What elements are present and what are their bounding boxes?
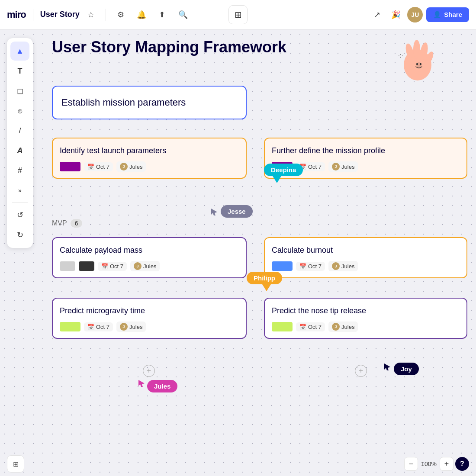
card4-user: J Jules bbox=[328, 261, 358, 271]
search-btn[interactable]: 🔍 bbox=[175, 7, 191, 23]
svg-marker-10 bbox=[211, 209, 217, 215]
card3-user: J Jules bbox=[130, 261, 160, 271]
line-tool[interactable]: / bbox=[10, 121, 29, 140]
card5-swatch bbox=[60, 322, 80, 331]
toolbar-sep bbox=[12, 203, 28, 203]
story1-user: J Jules bbox=[116, 161, 146, 172]
jules-cursor-pointer bbox=[138, 380, 148, 389]
story2-date-text: Oct 7 bbox=[308, 164, 322, 170]
shapes-tool[interactable]: ⌾ bbox=[10, 101, 29, 120]
share-label: Share bbox=[444, 11, 462, 18]
story2-avatar: J bbox=[332, 163, 340, 170]
miro-logo: miro bbox=[7, 9, 26, 20]
story2-user: J Jules bbox=[328, 161, 358, 172]
story1-date-text: Oct 7 bbox=[96, 164, 109, 170]
card3-date: 📅 Oct 7 bbox=[98, 262, 127, 271]
settings-btn[interactable]: ⚙ bbox=[113, 7, 129, 23]
board-title-text: User Story bbox=[40, 10, 80, 19]
cursor-deepina-area: Deepina bbox=[264, 164, 303, 183]
zoom-plus-btn[interactable]: + bbox=[440, 457, 453, 471]
redo-btn[interactable]: ↻ bbox=[10, 225, 29, 244]
cursor-philipp-area: Philipp bbox=[247, 272, 282, 291]
cursor-deepina-label: Deepina bbox=[264, 164, 303, 176]
zoom-controls: − 100% + ? bbox=[404, 457, 469, 471]
bottom-bar: ⊞ − 100% + ? bbox=[0, 452, 476, 476]
card3-username: Jules bbox=[143, 263, 156, 270]
card6-swatch bbox=[272, 322, 293, 331]
sidebar-toggle-btn[interactable]: ⊞ bbox=[7, 455, 24, 473]
zoom-level-display: 100% bbox=[420, 460, 438, 467]
card5-avatar: J bbox=[120, 323, 128, 331]
svg-point-8 bbox=[420, 63, 421, 65]
card6-username: Jules bbox=[341, 324, 354, 330]
cursor-jules-label: Jules bbox=[147, 380, 177, 392]
topbar: miro User Story ☆ ⚙ 🔔 ⬆ 🔍 ⊞ ↗ 🎉 JU 👤 Sha… bbox=[0, 0, 476, 29]
cursor-philipp-label: Philipp bbox=[247, 272, 282, 284]
card6-avatar: J bbox=[332, 323, 340, 331]
board-title: User Story ☆ bbox=[40, 7, 99, 23]
story1-username: Jules bbox=[129, 164, 142, 170]
card-payload-mass[interactable]: Calculate payload mass 📅 Oct 7 J Jules bbox=[52, 237, 247, 278]
left-toolbar: ▲ T ◻ ⌾ / A # » ↺ ↻ bbox=[7, 38, 33, 248]
story1-swatch bbox=[60, 162, 80, 171]
jesse-cursor-pointer bbox=[211, 209, 221, 218]
help-btn[interactable]: ? bbox=[455, 457, 469, 471]
celebration-btn[interactable]: 🎉 bbox=[388, 7, 404, 23]
notifications-btn[interactable]: 🔔 bbox=[134, 7, 149, 23]
svg-point-2 bbox=[413, 40, 420, 59]
card5-user: J Jules bbox=[116, 322, 146, 332]
grid-view-btn[interactable]: ⊞ bbox=[228, 5, 248, 24]
star-btn[interactable]: ☆ bbox=[83, 7, 99, 23]
story-card-1[interactable]: Identify test launch parameters 📅 Oct 7 … bbox=[52, 138, 247, 179]
card6-meta: 📅 Oct 7 J Jules bbox=[272, 322, 460, 332]
more-tool[interactable]: » bbox=[10, 181, 29, 200]
share-upload-btn[interactable]: ⬆ bbox=[154, 7, 170, 23]
cursor-jesse-area: Jesse bbox=[221, 205, 253, 218]
add-card-btn-2[interactable]: + bbox=[355, 365, 367, 377]
card5-meta: 📅 Oct 7 J Jules bbox=[60, 322, 239, 332]
frame-tool[interactable]: # bbox=[10, 161, 29, 180]
cursor-joy-area: Joy bbox=[394, 363, 419, 375]
card-burnout[interactable]: Calculate burnout 📅 Oct 7 J Jules bbox=[264, 237, 467, 278]
story-card-1-meta: 📅 Oct 7 J Jules bbox=[60, 161, 239, 172]
share-button[interactable]: 👤 Share bbox=[426, 7, 469, 22]
canvas: ▲ T ◻ ⌾ / A # » ↺ ↻ User Story Mapping F… bbox=[0, 29, 476, 476]
card-payload-mass-title: Calculate payload mass bbox=[60, 246, 239, 255]
card-burnout-title: Calculate burnout bbox=[272, 246, 460, 255]
card-microgravity[interactable]: Predict microgravity time 📅 Oct 7 J Jule… bbox=[52, 298, 247, 339]
card3-avatar: J bbox=[134, 262, 142, 270]
card6-date: 📅 Oct 7 bbox=[296, 322, 325, 331]
philipp-cursor-arrow bbox=[262, 284, 271, 291]
card5-username: Jules bbox=[129, 324, 142, 330]
undo-btn[interactable]: ↺ bbox=[10, 206, 29, 225]
svg-marker-11 bbox=[384, 363, 390, 370]
arrow-tool-btn[interactable]: ↗ bbox=[369, 7, 385, 23]
card-nose-tip[interactable]: Predict the nose tip release 📅 Oct 7 J J… bbox=[264, 298, 467, 339]
nav-divider bbox=[33, 9, 33, 21]
sticky-tool[interactable]: ◻ bbox=[10, 81, 29, 100]
svg-point-5 bbox=[404, 57, 416, 69]
page-title: User Story Mapping Framework bbox=[52, 38, 286, 56]
card5-date-text: Oct 7 bbox=[96, 324, 109, 330]
card6-user: J Jules bbox=[328, 322, 358, 332]
share-icon: 👤 bbox=[433, 11, 441, 19]
add-card-btn-1[interactable]: + bbox=[143, 365, 155, 377]
text-tool[interactable]: T bbox=[10, 61, 29, 80]
card4-swatch bbox=[272, 261, 293, 271]
mvp-label: MVP 6 bbox=[52, 219, 82, 228]
topbar-center: ⊞ bbox=[228, 5, 248, 24]
story2-username: Jules bbox=[341, 164, 354, 170]
text2-tool[interactable]: A bbox=[10, 141, 29, 160]
mission-card[interactable]: Establish mission parameters bbox=[52, 86, 247, 119]
nav-right: ↗ 🎉 JU 👤 Share bbox=[369, 7, 469, 23]
mission-card-title: Establish mission parameters bbox=[61, 97, 237, 108]
cursor-jules-area: Jules bbox=[147, 380, 177, 392]
story-card-1-title: Identify test launch parameters bbox=[60, 146, 239, 155]
card4-meta: 📅 Oct 7 J Jules bbox=[272, 261, 460, 271]
zoom-minus-btn[interactable]: − bbox=[404, 457, 418, 471]
card6-date-text: Oct 7 bbox=[308, 324, 322, 330]
card3-swatch2 bbox=[79, 261, 94, 271]
user-avatar[interactable]: JU bbox=[407, 7, 423, 23]
select-tool[interactable]: ▲ bbox=[10, 42, 29, 61]
calendar-icon: 📅 bbox=[87, 164, 94, 170]
